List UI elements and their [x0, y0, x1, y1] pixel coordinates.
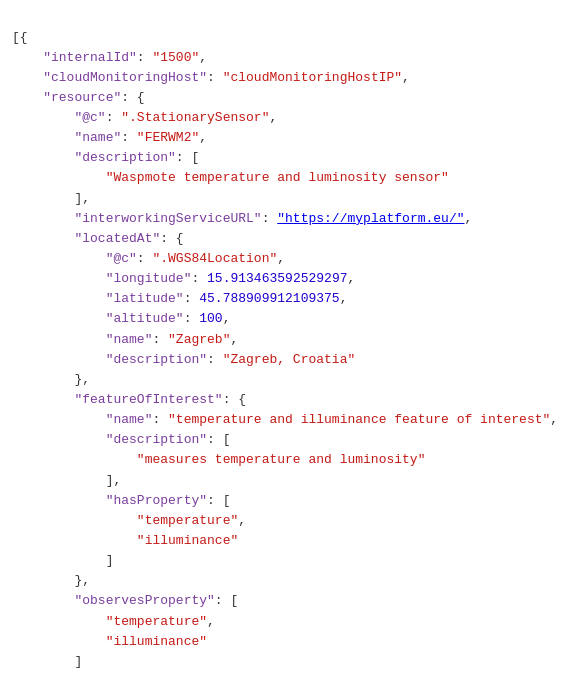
- code-line: "cloudMonitoringHost": "cloudMonitoringH…: [12, 68, 562, 88]
- punct-token: ,: [348, 271, 356, 286]
- key-token: "internalId": [43, 50, 137, 65]
- punct-token: :: [262, 211, 278, 226]
- code-line: [{: [12, 28, 562, 48]
- punct-token: :: [152, 412, 168, 427]
- punct-token: : {: [121, 90, 144, 105]
- punct-token: },: [74, 573, 90, 588]
- code-line: "internalId": "1500",: [12, 48, 562, 68]
- punct-token: ,: [230, 332, 238, 347]
- string-token: "Waspmote temperature and luminosity sen…: [106, 170, 449, 185]
- number-token: 100: [199, 311, 222, 326]
- json-viewer: [{ "internalId": "1500", "cloudMonitorin…: [0, 0, 574, 694]
- string-token: "temperature": [137, 513, 238, 528]
- key-token: "name": [106, 332, 153, 347]
- code-line: "featureOfInterest": {: [12, 390, 562, 410]
- key-token: "description": [106, 352, 207, 367]
- punct-token: :: [106, 110, 122, 125]
- code-line: "@c": ".StationarySensor",: [12, 108, 562, 128]
- string-token: "cloudMonitoringHostIP": [223, 70, 402, 85]
- punct-token: ,: [199, 50, 207, 65]
- key-token: "longitude": [106, 271, 192, 286]
- code-line: "locatedAt": {: [12, 229, 562, 249]
- punct-token: ,: [269, 110, 277, 125]
- key-token: "@c": [74, 110, 105, 125]
- punct-token: ,: [277, 251, 285, 266]
- code-line: "resource": {: [12, 88, 562, 108]
- punct-token: ,: [465, 211, 473, 226]
- code-line: "observesProperty": [: [12, 591, 562, 611]
- code-line: "altitude": 100,: [12, 309, 562, 329]
- key-token: "observesProperty": [74, 593, 214, 608]
- string-token: "illuminance": [137, 533, 238, 548]
- code-line: },: [12, 370, 562, 390]
- code-line: [12, 672, 562, 692]
- code-line: "name": "temperature and illuminance fea…: [12, 410, 562, 430]
- string-token: "illuminance": [106, 634, 207, 649]
- code-line: "illuminance": [12, 531, 562, 551]
- string-token: "Zagreb": [168, 332, 230, 347]
- string-token: "1500": [152, 50, 199, 65]
- code-line: "Waspmote temperature and luminosity sen…: [12, 168, 562, 188]
- code-line: "hasProperty": [: [12, 491, 562, 511]
- code-line: "description": "Zagreb, Croatia": [12, 350, 562, 370]
- code-line: ],: [12, 471, 562, 491]
- string-token: "FERWM2": [137, 130, 199, 145]
- key-token: "latitude": [106, 291, 184, 306]
- link-token: "https://myplatform.eu/": [277, 211, 464, 226]
- code-line: ]: [12, 551, 562, 571]
- code-line: "temperature",: [12, 511, 562, 531]
- punct-token: :: [152, 332, 168, 347]
- punct-token: :: [184, 311, 200, 326]
- code-line: "latitude": 45.788909912109375,: [12, 289, 562, 309]
- punct-token: ]: [74, 654, 82, 669]
- punct-token: : [: [215, 593, 238, 608]
- punct-token: ,: [340, 291, 348, 306]
- string-token: ".StationarySensor": [121, 110, 269, 125]
- punct-token: :: [191, 271, 207, 286]
- key-token: "interworkingServiceURL": [74, 211, 261, 226]
- number-token: 45.788909912109375: [199, 291, 339, 306]
- code-line: "interworkingServiceURL": "https://mypla…: [12, 209, 562, 229]
- number-token: 15.913463592529297: [207, 271, 347, 286]
- punct-token: ],: [74, 191, 90, 206]
- code-line: "illuminance": [12, 632, 562, 652]
- code-line: },: [12, 571, 562, 591]
- key-token: "resource": [43, 90, 121, 105]
- key-token: "cloudMonitoringHost": [43, 70, 207, 85]
- key-token: "name": [106, 412, 153, 427]
- code-line: ],: [12, 189, 562, 209]
- punct-token: ,: [199, 130, 207, 145]
- string-token: "temperature and illuminance feature of …: [168, 412, 550, 427]
- code-line: "name": "Zagreb",: [12, 330, 562, 350]
- punct-token: ,: [223, 311, 231, 326]
- punct-token: ],: [106, 473, 122, 488]
- key-token: "@c": [106, 251, 137, 266]
- punct-token: ]: [106, 553, 114, 568]
- string-token: "temperature": [106, 614, 207, 629]
- punct-token: :: [137, 50, 153, 65]
- punct-token: ,: [207, 614, 215, 629]
- key-token: "featureOfInterest": [74, 392, 222, 407]
- code-line: "name": "FERWM2",: [12, 128, 562, 148]
- punct-token: : [: [207, 493, 230, 508]
- code-line: "measures temperature and luminosity": [12, 450, 562, 470]
- string-token: "measures temperature and luminosity": [137, 452, 426, 467]
- key-token: "description": [106, 432, 207, 447]
- punct-token: : {: [223, 392, 246, 407]
- punct-token: :: [207, 352, 223, 367]
- code-line: ]: [12, 652, 562, 672]
- code-line: "longitude": 15.913463592529297,: [12, 269, 562, 289]
- punct-token: :: [207, 70, 223, 85]
- string-token: ".WGS84Location": [152, 251, 277, 266]
- punct-token: ,: [402, 70, 410, 85]
- punct-token: : [: [176, 150, 199, 165]
- punct-token: :: [121, 130, 137, 145]
- key-token: "description": [74, 150, 175, 165]
- punct-token: :: [184, 291, 200, 306]
- code-line: "description": [: [12, 148, 562, 168]
- key-token: "name": [74, 130, 121, 145]
- key-token: "altitude": [106, 311, 184, 326]
- key-token: "hasProperty": [106, 493, 207, 508]
- code-line: "temperature",: [12, 612, 562, 632]
- punct-token: ,: [550, 412, 558, 427]
